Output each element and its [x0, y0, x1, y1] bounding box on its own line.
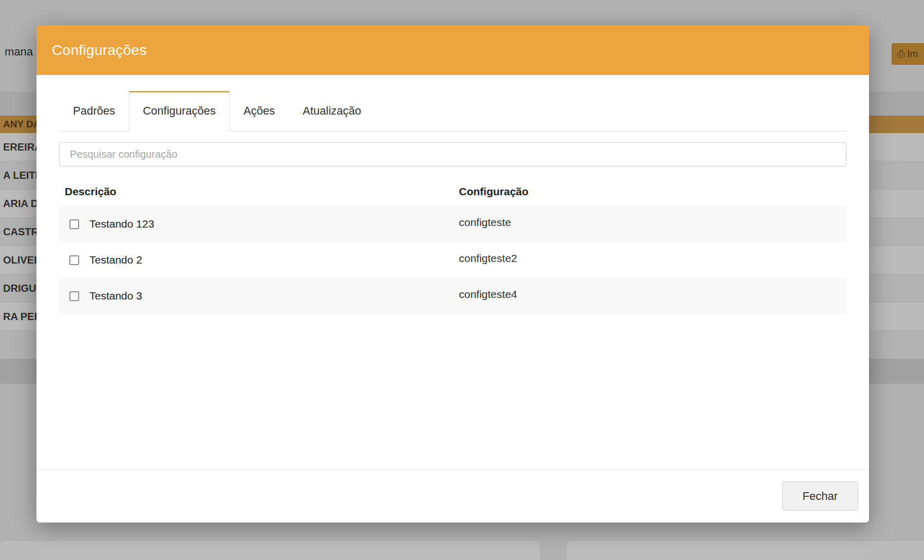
modal-footer: Fechar: [36, 469, 869, 522]
tab-atualizacao[interactable]: Atualização: [289, 91, 375, 131]
modal-title: Configurações: [52, 42, 146, 59]
modal-tabs: Padrões Configurações Ações Atualização: [59, 91, 846, 132]
row-config: configteste: [459, 216, 846, 232]
close-button[interactable]: Fechar: [782, 481, 858, 511]
screen: mana ⎙ Im ANY DA EREIRA A LEITE ARIA D C…: [0, 0, 924, 560]
table-row: Testando 123 configteste: [59, 206, 846, 242]
search-input[interactable]: [59, 142, 846, 166]
modal-header: Configurações: [36, 25, 869, 75]
row-description: Testando 2: [89, 254, 142, 266]
row-checkbox[interactable]: [69, 219, 79, 229]
tab-padroes[interactable]: Padrões: [59, 91, 129, 131]
row-config: configteste2: [459, 252, 846, 268]
configurations-table: Descrição Configuração Testando 123 conf…: [59, 180, 846, 314]
column-header-descricao: Descrição: [59, 185, 459, 198]
row-checkbox[interactable]: [69, 291, 79, 301]
row-description: Testando 123: [89, 218, 154, 230]
table-header-row: Descrição Configuração: [59, 180, 846, 206]
column-header-configuracao: Configuração: [459, 185, 846, 198]
table-row: Testando 3 configteste4: [59, 278, 846, 314]
row-config: configteste4: [459, 288, 846, 304]
table-row: Testando 2 configteste2: [59, 242, 846, 278]
settings-modal: Configurações Padrões Configurações Açõe…: [36, 25, 869, 522]
tab-acoes[interactable]: Ações: [230, 91, 289, 131]
row-description: Testando 3: [89, 290, 142, 302]
tab-configuracoes[interactable]: Configurações: [129, 91, 230, 132]
row-checkbox[interactable]: [69, 255, 79, 265]
